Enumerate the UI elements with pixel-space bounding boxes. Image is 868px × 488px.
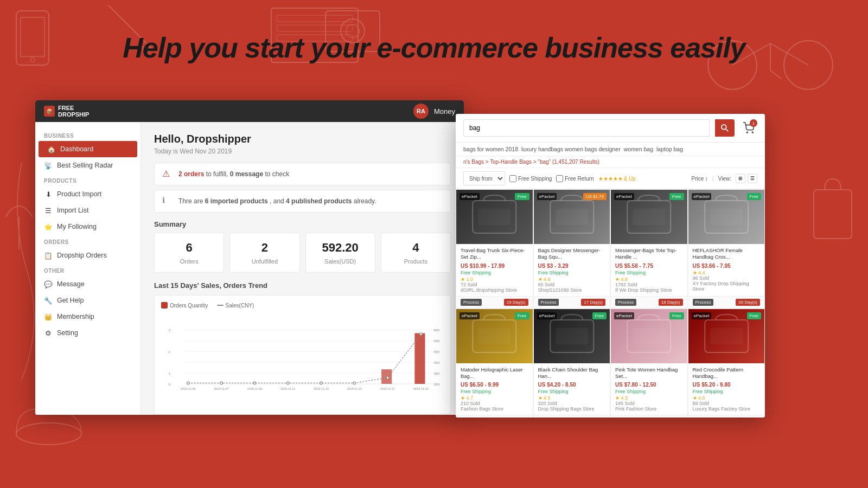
ship-from-select[interactable]: Ship from [463,171,505,185]
product-stars: ★ 4.6 [615,277,683,282]
tag-bags-women[interactable]: bags for women 2018 [463,146,518,152]
product-stars: ★ 4.7 [461,395,528,401]
tag-luxury-handbags[interactable]: luxury handbags women bags designer [521,146,621,152]
product-title: Red Crocodile Pattern Handbag... [693,367,761,380]
summary-title: Summary [154,220,451,228]
product-stars: ★ 1.0 [461,277,528,282]
process-badge: Process [461,299,482,306]
tag-laptop-bag[interactable]: laptop bag [656,146,683,152]
free-return-checkbox[interactable] [556,175,563,182]
hero-title: Help you start your e-commerce business … [0,31,868,64]
product-price: US $5.20 - 9.80 [693,382,761,388]
sidebar-item-following[interactable]: ⭐ My Following [35,219,141,235]
sidebar-label-message: Message [57,280,85,288]
svg-text:0: 0 [169,382,171,386]
product-search-input[interactable] [463,119,710,137]
product-tags: bags for women 2018 luxury handbags wome… [456,143,765,156]
sidebar-item-import-list[interactable]: ☰ Import List [35,202,141,219]
logo-text: FREE DROPSHIP [58,105,89,118]
sidebar-item-help[interactable]: 🔧 Get Help [35,292,141,309]
svg-point-57 [746,132,748,133]
summary-orders-label: Orders [160,258,218,265]
sort-separator: | [712,176,714,182]
svg-text:400: 400 [434,350,440,354]
summary-sales-label: Sales(USD) [311,258,369,265]
gear-icon: ⚙ [44,329,53,337]
svg-text:2019-11-13: 2019-11-13 [314,387,328,390]
product-image: ePacket US $1.79 [534,190,610,244]
sidebar-item-dropship-orders[interactable]: 📋 Dropship Orders [35,247,141,264]
star-icon: ⭐ [44,222,53,231]
product-shipping: Free Shipping [538,270,606,275]
product-store: ShopS121099 Store [538,287,606,293]
chart-svg: 3 2 1 0 600 500 400 300 200 100 2019-11-… [161,313,444,405]
product-card-p3[interactable]: ePacket Free Messenger-Bags Tote Top-Han… [610,189,688,309]
svg-rect-70 [556,328,588,344]
svg-point-52 [353,382,356,384]
star-filter[interactable]: ★★★★★ & Up [598,176,636,182]
sidebar-item-dashboard[interactable]: 🏠 Dashboard [39,141,137,157]
and-up-label: & Up [624,176,636,182]
product-title: Matoder Holographic Laser Bag... [461,367,528,380]
grid-view-button[interactable]: ⊞ [736,174,745,183]
summary-unfulfilled-value: 2 [235,241,293,255]
svg-line-56 [726,129,728,131]
sidebar-label-import-list: Import List [57,207,88,214]
tag-women-bag[interactable]: women bag [624,146,653,152]
free-shipping-filter[interactable]: Free Shipping [509,175,552,182]
product-title: Pink Tote Women Handbag Set... [615,367,683,380]
alert-products: ℹ Thre are 6 imported products , and 4 p… [154,190,451,213]
product-sold: 89 Sold [693,401,761,406]
product-card-bottom: Process 20 Day(s) [688,296,765,308]
sidebar-item-message[interactable]: 💬 Message [35,276,141,292]
free-shipping-checkbox[interactable] [509,175,516,182]
product-card-p6[interactable]: ePacket Free Black Chain Shoulder Bag Ha… [533,309,611,418]
product-info: Messenger-Bags Tote Top-Handle ... US $5… [611,244,687,296]
alert-products-icon: ℹ [162,196,173,207]
sort-label: Price ↕ [692,176,709,182]
product-card-p1[interactable]: ePacket Free Travel-Bag Trunk Six-Piece-… [456,189,533,309]
alert-orders-icon: ⚠ [162,169,173,179]
product-shipping: Free Shipping [461,389,528,394]
summary-card-products: 4 Products [381,233,451,273]
section-products: PRODUCTS [35,174,141,186]
free-return-filter[interactable]: Free Return [556,175,593,182]
product-card-p8[interactable]: ePacket Free Red Crocodile Pattern Handb… [688,309,765,418]
svg-rect-64 [633,209,665,225]
product-card-p7[interactable]: ePacket Free Pink Tote Women Handbag Set… [610,309,688,418]
product-card-p2[interactable]: ePacket US $1.79 Bags Designer Messenger… [533,189,611,309]
money-label[interactable]: Money [434,107,455,115]
list-icon: ☰ [44,206,53,215]
product-info: Red Crocodile Pattern Handbag... US $5.2… [688,363,765,415]
cart-icon[interactable]: 1 [740,119,757,137]
sidebar-item-best-selling[interactable]: 📡 Best Selling Radar [35,157,141,174]
product-price: US $6.50 - 9.99 [461,382,528,388]
cart-badge: 1 [750,119,757,127]
product-stars: ★ 4.3 [615,395,683,401]
product-card-bottom: Process 21 Day(s) [534,415,610,418]
list-view-button[interactable]: ☰ [748,174,757,183]
summary-sales-value: 592.20 [311,241,369,255]
svg-rect-72 [633,328,665,344]
sidebar-label-dashboard: Dashboard [60,145,93,153]
sidebar-label-following: My Following [57,223,97,230]
sidebar-item-membership[interactable]: 👑 Membership [35,309,141,325]
sidebar-label-product-import: Product Import [57,190,101,198]
svg-rect-6 [277,15,353,22]
product-card-p4[interactable]: ePacket Free HEFLASHOR Female Handbag Cr… [688,189,765,309]
star-icons: ★★★★★ [598,176,623,182]
sidebar-item-setting[interactable]: ⚙ Setting [35,325,141,341]
product-card-p5[interactable]: ePacket Free Matoder Holographic Laser B… [456,309,533,418]
svg-point-55 [722,125,726,130]
dashboard-logo: 📦 FREE DROPSHIP [44,105,89,118]
sort-filter: Price ↕ [692,176,709,182]
product-image: ePacket Free [534,309,610,363]
user-avatar: RA [413,104,429,119]
summary-unfulfilled-label: Unfulfilled [235,258,293,265]
sidebar-item-product-import[interactable]: ⬇ Product Import [35,186,141,202]
product-window: 1 bags for women 2018 luxury handbags wo… [456,114,765,418]
radar-icon: 📡 [44,161,53,170]
svg-rect-68 [478,328,510,344]
product-search-button[interactable] [715,119,735,137]
svg-rect-19 [814,190,852,239]
